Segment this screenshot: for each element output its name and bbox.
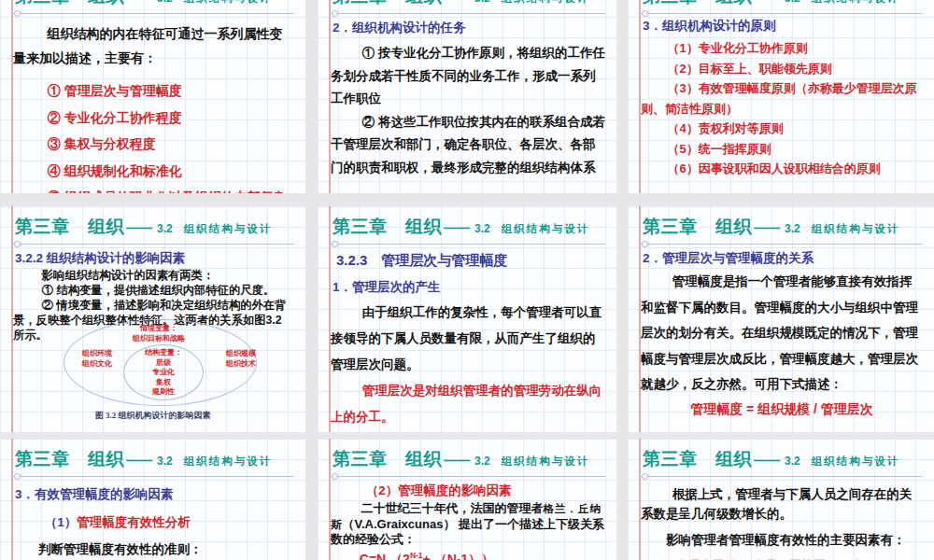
notebook-margin-line [11,0,13,193]
slide-paper: 第三章 组织——3.2组织结构与设计 根据上式，管理者与下属人员之间存在的关系数… [628,439,934,560]
header-divider [639,13,923,14]
list-item: （4）责权利对等原则 [641,119,923,139]
chapter-title: 第三章 组织 [643,0,752,6]
slide-thumbnail-design-tasks[interactable]: 第三章 组织——3.2组织结构与设计 2．组织机构设计的任务 ① 按专业化分工协… [318,0,616,193]
relationship-formula: C=N （2N-1+ （N-1）） [360,551,605,560]
sub-heading-number: （1） [45,515,78,529]
section-title: 组织结构与设计 [812,455,900,467]
header-divider [639,476,923,477]
slide-chapter-header: 第三章 组织——3.2组织结构与设计 [0,206,305,239]
attribute-list: ① 管理层次与管理幅度 ② 专业化分工协作程度 ③ 集权与分权程度 ④ 组织规制… [13,77,294,193]
figure-3-2-diagram: 情境变量： 组织目标和战略 组织环境 组织文化 结构变量： 层级 专业化 集权 … [0,317,305,432]
slide-paper: 第三章 组织——3.2组织结构与设计 组织结构的内在特征可通过一系列属性变量来加… [0,0,305,193]
slide-paper: 第三章 组织——3.2组织结构与设计 （2）管理幅度的影响因素 二十世纪三十年代… [318,439,616,560]
slide-paper: 第三章 组织——3.2组织结构与设计 2．组织机构设计的任务 ① 按专业化分工协… [318,0,616,193]
chapter-title: 第三章 组织 [333,449,442,469]
topic-heading: 3．组织机构设计的原则 [643,18,923,35]
list-item: ③ 集权与分权程度 [48,131,294,158]
section-title: 组织结构与设计 [184,455,273,467]
body-paragraph: 根据上式，管理者与下属人员之间存在的关系数是呈几何级数增长的。 [641,484,923,524]
slide-chapter-header: 第三章 组织——3.2组织结构与设计 [628,0,934,8]
body-paragraph: 影响组织结构设计的因素有两类： [13,268,294,283]
slide-chapter-header: 第三章 组织——3.2组织结构与设计 [0,0,305,8]
chapter-dash: —— [126,220,152,235]
slide-thumbnail-structure-attributes[interactable]: 第三章 组织——3.2组织结构与设计 组织结构的内在特征可通过一系列属性变量来加… [0,0,305,193]
compass-marker-icon [642,473,648,480]
section-number: 3.2 [785,455,800,468]
list-item: （2）目标至上、职能领先原则 [641,59,923,79]
body-paragraph: 管理幅度是指一个管理者能够直接有效指挥和监督下属的数目。管理幅度的大小与组织中管… [641,269,923,398]
figure-caption: 图 3.2 组织机构设计的影响因素 [0,410,305,422]
notebook-margin-line [329,439,331,560]
formula-exponent: N-1 [410,551,423,560]
chapter-dash: —— [444,453,470,468]
chapter-title: 第三章 组织 [643,217,752,236]
topic-heading: 1．管理层次的产生 [333,279,605,296]
slide-chapter-header: 第三章 组织——3.2组织结构与设计 [318,0,616,8]
section-heading: 3.2.3 管理层次与管理幅度 [336,252,605,270]
section-number: 3.2 [157,455,173,468]
body-paragraph: 影响管理者管理幅度有效性的主要因素有： [641,532,923,549]
span-formula: 管理幅度 = 组织规模 / 管理层次 [641,401,923,418]
slide-paper: 第三章 组织——3.2组织结构与设计 3．有效管理幅度的影响因素 （1）管理幅度… [0,439,305,560]
list-item: ① 管理层次与管理幅度 [48,77,294,105]
chapter-title: 第三章 组织 [643,449,752,469]
section-title: 组织结构与设计 [502,223,590,234]
compass-marker-icon [14,241,21,247]
slide-chapter-header: 第三章 组织——3.2组织结构与设计 [628,439,934,471]
topic-heading: 2．组织机构设计的任务 [333,20,605,36]
section-title: 组织结构与设计 [502,455,590,467]
header-divider [11,244,294,245]
header-divider [639,244,923,245]
list-item: （6）因事设职和因人设职相结合的原则 [641,159,923,179]
slide-chapter-header: 第三章 组织——3.2组织结构与设计 [318,439,616,471]
section-title: 组织结构与设计 [184,223,273,234]
compass-marker-icon [642,241,648,247]
slide-thumbnail-effective-span-factors[interactable]: 第三章 组织——3.2组织结构与设计 3．有效管理幅度的影响因素 （1）管理幅度… [0,439,305,560]
slide-paper: 第三章 组织——3.2组织结构与设计 3.2.2 组织结构设计的影响因素 影响组… [0,206,305,432]
chapter-title: 第三章 组织 [333,217,442,236]
slide-paper: 第三章 组织——3.2组织结构与设计 2．管理层次与管理幅度的关系 管理幅度是指… [628,206,934,432]
intro-paragraph: 组织结构的内在特征可通过一系列属性变量来加以描述，主要有： [13,21,294,70]
diagram-label-environment: 组织环境 组织文化 [78,349,116,369]
section-number: 3.2 [474,222,490,235]
section-number: 3.2 [474,0,490,5]
body-paragraph: 二十世纪三十年代，法国的管理者格兰．丘纳斯（V.A.Graixcunas） 提出… [331,501,605,548]
sub-heading-text: 管理幅度有效性分析 [77,515,191,529]
slide-thumbnail-graicunas-formula[interactable]: 第三章 组织——3.2组织结构与设计 （2）管理幅度的影响因素 二十世纪三十年代… [318,439,616,560]
section-number: 3.2 [785,222,800,235]
compass-marker-icon [332,10,338,17]
chapter-dash: —— [126,453,152,468]
chapter-dash: —— [444,0,470,5]
chapter-dash: —— [754,0,780,5]
section-number: 3.2 [157,0,173,5]
notebook-margin-line [639,206,641,432]
slide-thumbnail-management-levels[interactable]: 第三章 组织——3.2组织结构与设计 3.2.3 管理层次与管理幅度 1．管理层… [318,206,616,432]
header-divider [11,476,294,477]
compass-marker-icon [332,473,338,480]
slide-thumbnail-levels-span-relation[interactable]: 第三章 组织——3.2组织结构与设计 2．管理层次与管理幅度的关系 管理幅度是指… [628,206,934,432]
chapter-title: 第三章 组织 [15,217,124,236]
slide-thumbnail-influencing-factors[interactable]: 第三章 组织——3.2组织结构与设计 3.2.2 组织结构设计的影响因素 影响组… [0,206,305,432]
slide-chapter-header: 第三章 组织——3.2组织结构与设计 [0,439,305,471]
list-item: ④ 组织规制化和标准化 [48,158,294,185]
task-paragraph: ② 将这些工作职位按其内在的联系组合成若干管理层次和部门，确定各职位、各层次、各… [331,111,605,180]
principles-list: （1）专业化分工协作原则 （2）目标至上、职能领先原则 （3）有效管理幅度原则（… [641,38,923,179]
slide-thumbnail-design-principles[interactable]: 第三章 组织——3.2组织结构与设计 3．组织机构设计的原则 （1）专业化分工协… [628,0,934,193]
notebook-margin-line [11,439,13,560]
section-number: 3.2 [157,222,173,235]
section-title: 组织结构与设计 [812,0,900,4]
slide-thumbnail-geometric-growth[interactable]: 第三章 组织——3.2组织结构与设计 根据上式，管理者与下属人员之间存在的关系数… [628,439,934,560]
body-paragraph: 判断管理幅度有效性的准则： [13,541,294,558]
slide-chapter-header: 第三章 组织——3.2组织结构与设计 [318,206,616,239]
task-paragraph: ① 按专业化分工协作原则，将组织的工作任务划分成若干性质不同的业务工作，形成一系… [331,42,605,111]
chapter-title: 第三章 组织 [333,0,442,6]
chapter-dash: —— [754,453,780,468]
compass-marker-icon [14,10,21,17]
sub-heading: （1）管理幅度有效性分析 [13,514,294,531]
chapter-title: 第三章 组织 [15,0,124,6]
diagram-label-context: 情境变量： 组织目标和战略 [93,324,224,343]
list-item: （3）有效管理幅度原则（亦称最少管理层次原则、简洁性原则） [641,78,923,119]
compass-marker-icon [332,241,338,247]
section-number: 3.2 [785,0,800,5]
